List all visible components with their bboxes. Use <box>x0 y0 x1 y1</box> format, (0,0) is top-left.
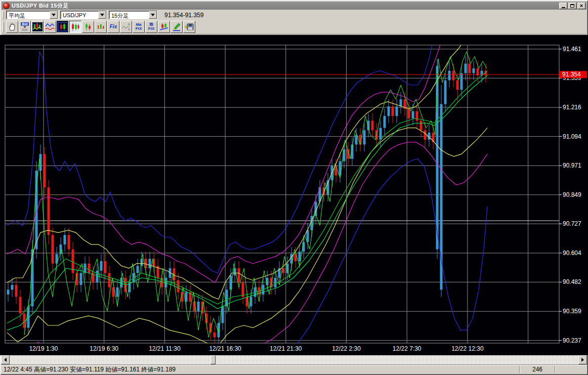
trend-candles-icon <box>159 22 169 31</box>
chart-area[interactable]: 91.46191.33991.21691.09490.97190.84990.7… <box>1 35 587 355</box>
svg-text:12/19 6:30: 12/19 6:30 <box>90 345 118 352</box>
draw-pencil-button[interactable] <box>171 21 183 33</box>
pair-select[interactable]: USD/JPY <box>60 11 107 19</box>
pan-hand-button[interactable] <box>6 21 18 33</box>
bid-ask-button[interactable]: Bid Ask <box>19 21 31 33</box>
svg-text:90.359: 90.359 <box>563 308 581 315</box>
ma-fix-label: Ma FIX <box>136 23 142 31</box>
horizontal-scrollbar[interactable] <box>1 355 587 364</box>
svg-text:91.094: 91.094 <box>563 133 581 140</box>
hand-icon <box>8 22 17 31</box>
svg-text:90.482: 90.482 <box>563 278 581 285</box>
status-bar: 12/22 4:45 高値=91.230 安値=91.119 始値=91.161… <box>1 364 587 374</box>
title-bar[interactable]: USD/JPY Bid 15分足 × <box>2 2 586 10</box>
svg-text:12/21 16:30: 12/21 16:30 <box>209 345 241 352</box>
scroll-left-button[interactable] <box>1 355 10 364</box>
svg-text:12/22 7:30: 12/22 7:30 <box>393 345 422 352</box>
chart-style-value: 平均足 <box>7 11 50 19</box>
heikin-ashi-button[interactable] <box>69 21 81 33</box>
scroll-right-button[interactable] <box>578 355 587 364</box>
svg-text:91.354: 91.354 <box>562 71 581 78</box>
svg-text:12/19 1:30: 12/19 1:30 <box>29 345 58 352</box>
heikin-ashi-icon <box>70 22 80 31</box>
scroll-left-icon <box>4 358 7 362</box>
pencil-icon <box>172 22 182 31</box>
svg-text:12/22 2:30: 12/22 2:30 <box>332 345 361 352</box>
minimize-button[interactable] <box>559 3 567 9</box>
mini-chart-icon <box>32 22 43 31</box>
bar-pair-button[interactable] <box>82 21 94 33</box>
scale-adjust-button <box>120 21 132 33</box>
status-divider <box>555 366 556 373</box>
tick-bars-button[interactable] <box>95 21 107 33</box>
kairi-fix-button[interactable]: 乖 FIX <box>145 21 157 33</box>
chart-window: USD/JPY Bid 15分足 × 平均足 USD/JPY 15分足 91.3… <box>0 0 588 375</box>
toolbar-gripper[interactable] <box>3 21 4 32</box>
ohlc-summary: 12/22 4:45 高値=91.230 安値=91.119 始値=91.161… <box>1 365 518 374</box>
fix-button[interactable]: Fix <box>107 21 119 33</box>
pair-value: USD/JPY <box>61 11 98 19</box>
status-divider <box>519 366 520 373</box>
svg-text:12/22 12:30: 12/22 12:30 <box>451 345 484 352</box>
scroll-right-icon <box>581 358 584 362</box>
line-chart-button[interactable] <box>44 21 56 33</box>
toolbar-gripper[interactable] <box>3 11 4 19</box>
trend-candles-button[interactable] <box>158 21 170 33</box>
scale-adjust-icon <box>121 22 131 31</box>
maximize-icon <box>570 4 574 8</box>
maximize-button[interactable] <box>568 3 576 9</box>
svg-text:91.216: 91.216 <box>563 104 581 111</box>
close-button[interactable]: × <box>577 3 585 9</box>
kairi-fix-label: 乖 FIX <box>148 23 154 31</box>
timeframe-value: 15分足 <box>109 11 149 19</box>
bid-ask-quote: 91.354-91.359 <box>164 12 203 19</box>
save-chart-button[interactable] <box>183 21 195 33</box>
timeframe-select[interactable]: 15分足 <box>109 11 157 19</box>
candlestick-button[interactable] <box>57 21 69 33</box>
close-icon: × <box>580 3 583 8</box>
svg-text:91.461: 91.461 <box>563 46 581 53</box>
ma-fix-button[interactable]: Ma FIX <box>133 21 145 33</box>
svg-text:90.971: 90.971 <box>563 162 581 169</box>
chevron-down-icon[interactable] <box>149 11 157 19</box>
svg-text:90.849: 90.849 <box>563 191 581 198</box>
svg-text:12/21 21:30: 12/21 21:30 <box>270 345 302 352</box>
selector-toolbar: 平均足 USD/JPY 15分足 91.354-91.359 <box>2 10 586 20</box>
bar-pair-icon <box>83 22 93 31</box>
line-chart-icon <box>45 22 55 31</box>
svg-text:90.237: 90.237 <box>563 337 581 344</box>
bar-count: 246 <box>521 366 554 373</box>
fix-label: Fix <box>110 24 117 29</box>
svg-text:90.727: 90.727 <box>563 220 581 227</box>
tick-bars-icon <box>96 22 106 31</box>
chart-style-select[interactable]: 平均足 <box>6 11 58 19</box>
candlestick-icon <box>58 22 68 31</box>
save-icon <box>184 22 194 31</box>
chart-style-button[interactable] <box>31 21 44 33</box>
chevron-down-icon[interactable] <box>50 11 58 19</box>
app-icon <box>3 3 10 9</box>
chart-svg[interactable]: 91.46191.33991.21691.09490.97190.84990.7… <box>0 35 588 355</box>
window-title: USD/JPY Bid 15分足 <box>12 2 558 10</box>
chevron-down-icon[interactable] <box>98 11 106 19</box>
scrollbar-thumb[interactable] <box>211 355 216 364</box>
icon-toolbar: Bid Ask <box>2 20 586 34</box>
svg-text:12/21 11:30: 12/21 11:30 <box>149 345 181 352</box>
minimize-icon <box>562 7 565 8</box>
bid-ask-icon: Bid Ask <box>21 22 28 31</box>
svg-text:90.604: 90.604 <box>563 249 581 257</box>
